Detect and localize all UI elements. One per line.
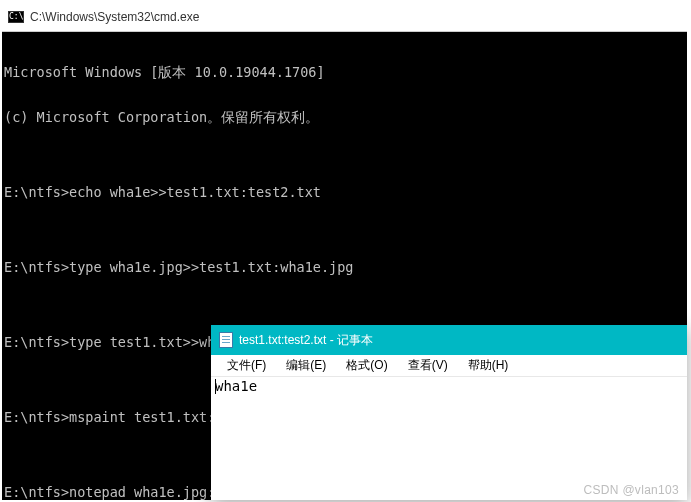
notepad-text-area[interactable]: wha1e — [211, 377, 687, 395]
notepad-title-text: test1.txt:test2.txt - 记事本 — [239, 332, 373, 349]
cmd-line: (c) Microsoft Corporation。保留所有权利。 — [4, 110, 685, 125]
notepad-content-text: wha1e — [215, 378, 257, 394]
cmd-line: E:\ntfs>type wha1e.jpg>>test1.txt:wha1e.… — [4, 260, 685, 275]
menu-edit[interactable]: 编辑(E) — [276, 355, 336, 376]
menu-help[interactable]: 帮助(H) — [458, 355, 519, 376]
notepad-menubar: 文件(F) 编辑(E) 格式(O) 查看(V) 帮助(H) — [211, 355, 687, 377]
menu-view[interactable]: 查看(V) — [398, 355, 458, 376]
cmd-line: Microsoft Windows [版本 10.0.19044.1706] — [4, 65, 685, 80]
menu-file[interactable]: 文件(F) — [217, 355, 276, 376]
cmd-icon: C:\ — [8, 11, 24, 23]
cmd-line: E:\ntfs>echo wha1e>>test1.txt:test2.txt — [4, 185, 685, 200]
watermark-text: CSDN @vlan103 — [584, 483, 679, 497]
cmd-title-text: C:\Windows\System32\cmd.exe — [30, 10, 199, 24]
notepad-titlebar[interactable]: test1.txt:test2.txt - 记事本 — [211, 325, 687, 355]
notepad-window: test1.txt:test2.txt - 记事本 文件(F) 编辑(E) 格式… — [211, 325, 687, 500]
notepad-icon — [219, 332, 233, 348]
cmd-titlebar[interactable]: C:\ C:\Windows\System32\cmd.exe — [2, 2, 687, 32]
menu-format[interactable]: 格式(O) — [336, 355, 397, 376]
